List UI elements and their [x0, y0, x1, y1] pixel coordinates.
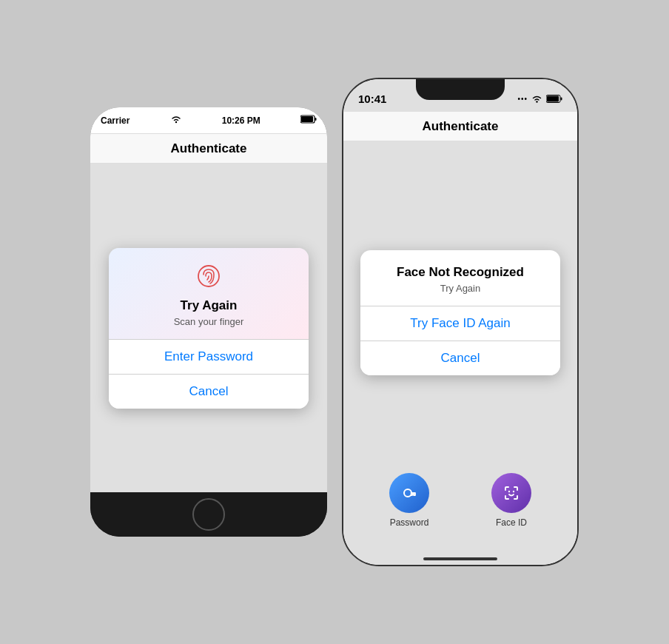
alert-top-touchid: Try Again Scan your finger — [109, 248, 309, 339]
enter-password-button[interactable]: Enter Password — [109, 340, 309, 374]
status-bar-new: 10:41 ••• — [343, 79, 577, 112]
svg-rect-8 — [561, 97, 562, 100]
iphone-faceid: 10:41 ••• Authenticate — [342, 78, 579, 566]
alert-subtitle-faceid: Try Again — [375, 283, 545, 294]
password-label: Password — [390, 517, 429, 528]
try-faceid-button[interactable]: Try Face ID Again — [360, 306, 560, 341]
wifi-icon-new — [531, 95, 542, 103]
svg-rect-7 — [547, 95, 559, 101]
home-button[interactable] — [192, 498, 225, 531]
time-new: 10:41 — [358, 93, 386, 105]
bio-buttons: Password — [343, 473, 577, 528]
bottom-bar — [343, 543, 577, 565]
signal-icon: ••• — [517, 95, 528, 103]
iphone-touchid: Carrier 10:26 PM Authen — [90, 107, 327, 537]
battery-label — [300, 115, 317, 126]
svg-point-0 — [175, 121, 176, 123]
alert-subtitle-touchid: Scan your finger — [124, 316, 294, 327]
svg-point-9 — [404, 489, 411, 497]
cancel-button-touchid[interactable]: Cancel — [109, 375, 309, 409]
battery-icon-new — [546, 95, 562, 103]
svg-rect-3 — [315, 118, 317, 121]
status-bar-old: Carrier 10:26 PM — [90, 107, 327, 134]
password-circle[interactable] — [389, 473, 429, 513]
cancel-button-faceid[interactable]: Cancel — [360, 341, 560, 375]
faceid-label: Face ID — [496, 517, 527, 528]
svg-point-10 — [508, 491, 510, 492]
carrier-label: Carrier — [101, 115, 130, 126]
content-area-new: Face Not Recognized Try Again Try Face I… — [343, 141, 577, 543]
screen-new: 10:41 ••• Authenticate — [343, 79, 577, 565]
svg-point-5 — [536, 101, 537, 102]
faceid-alert: Face Not Recognized Try Again Try Face I… — [360, 250, 560, 375]
nav-title-old: Authenticate — [171, 141, 247, 156]
password-button-item: Password — [389, 473, 429, 528]
status-icons-new: ••• — [517, 95, 562, 103]
nav-title-new: Authenticate — [423, 119, 499, 134]
alert-top-faceid: Face Not Recognized Try Again — [360, 250, 560, 306]
wifi-icon — [170, 115, 182, 126]
faceid-button-item: Face ID — [491, 473, 531, 528]
touchid-alert: Try Again Scan your finger Enter Passwor… — [109, 248, 309, 409]
home-bar — [90, 492, 327, 537]
faceid-circle[interactable] — [491, 473, 531, 513]
content-area-old: Try Again Scan your finger Enter Passwor… — [90, 164, 327, 492]
fingerprint-icon — [124, 263, 294, 292]
time-label: 10:26 PM — [222, 115, 260, 126]
svg-rect-2 — [301, 116, 313, 122]
notch — [416, 79, 505, 100]
alert-title-faceid: Face Not Recognized — [375, 265, 545, 280]
nav-bar-new: Authenticate — [343, 112, 577, 141]
home-indicator — [423, 557, 497, 560]
nav-bar-old: Authenticate — [90, 134, 327, 164]
svg-point-11 — [513, 491, 514, 492]
alert-title-touchid: Try Again — [124, 298, 294, 313]
